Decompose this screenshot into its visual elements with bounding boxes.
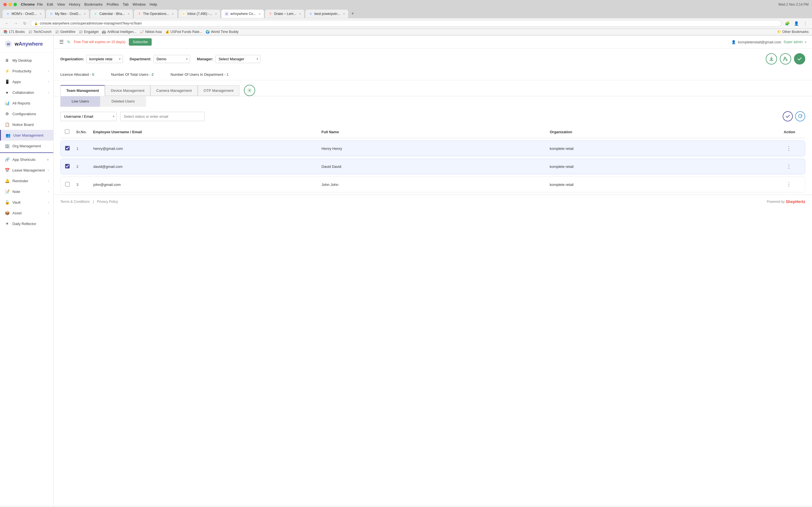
manager-select[interactable]: Select Manager	[215, 55, 260, 63]
tab-device-management[interactable]: Device Management	[105, 86, 150, 96]
tab-close-icon[interactable]: ×	[40, 12, 42, 15]
other-bookmarks[interactable]: 📁 Other Bookmarks	[777, 30, 809, 34]
search-input[interactable]	[120, 112, 205, 121]
bookmark-worldtime[interactable]: 🌍 World Time Buddy	[206, 30, 239, 34]
row-action-menu-button[interactable]: ⋮	[786, 163, 792, 170]
download-button[interactable]	[766, 53, 777, 64]
sidebar-item-label: App Shortcuts	[12, 158, 36, 162]
tab-close-icon[interactable]: ×	[84, 12, 86, 15]
refresh-icon[interactable]: ↻	[67, 40, 70, 44]
tab-team-management[interactable]: Team Management	[60, 85, 105, 96]
tab-deleted-users[interactable]: Deleted Users	[100, 96, 146, 107]
tab-operations[interactable]: T The Operations... ×	[134, 9, 177, 18]
tab-close-icon[interactable]: ×	[172, 12, 174, 15]
bookmark-171books[interactable]: 📚 171 Books	[3, 30, 25, 34]
dept-label: Department:	[130, 57, 151, 61]
tab-close-icon[interactable]: ×	[259, 12, 260, 15]
tab-close-icon[interactable]: ×	[215, 12, 217, 15]
action-buttons	[766, 53, 805, 64]
tab-wanywhere[interactable]: w wAnywhere Co... ×	[221, 9, 264, 18]
bookmark-icon: 📚	[3, 30, 8, 34]
tab-close-icon[interactable]: ×	[343, 12, 345, 15]
sidebar-item-asset[interactable]: 📦 Asset ›	[0, 208, 53, 218]
collaboration-icon: ●	[4, 90, 10, 95]
sidebar-item-reminder[interactable]: 🔔 Reminder ›	[0, 175, 53, 186]
tab-close-icon[interactable]: ×	[299, 12, 301, 15]
menu-profiles[interactable]: Profiles	[107, 2, 119, 6]
sidebar-item-note[interactable]: 📝 Note ›	[0, 186, 53, 197]
row-checkbox[interactable]	[65, 146, 70, 151]
menu-bookmarks[interactable]: Bookmarks	[84, 2, 103, 6]
search-refresh-button[interactable]	[795, 111, 805, 121]
search-confirm-button[interactable]	[783, 111, 793, 121]
bookmark-engadget[interactable]: 📰 Engadget	[79, 30, 98, 34]
subscribe-button[interactable]: Subscribe	[129, 38, 152, 46]
privacy-link[interactable]: Privacy Policy	[97, 200, 118, 204]
bookmark-usfed[interactable]: 💰 USFed Funds Rate...	[165, 30, 202, 34]
sidebar-item-leave-management[interactable]: 📅 Leave Management ›	[0, 165, 53, 175]
excel-export-button[interactable]: X	[244, 85, 255, 96]
sidebar-item-collaboration[interactable]: ● Collaboration ›	[0, 87, 53, 98]
sidebar-item-configurations[interactable]: ⚙ Configurations	[0, 108, 53, 119]
menu-view[interactable]: View	[57, 2, 65, 6]
close-button[interactable]	[3, 3, 7, 6]
url-bar[interactable]: 🔒 console.wanywhere.com/superadmin/user-…	[31, 20, 781, 27]
tab-live-users[interactable]: Live Users	[60, 96, 100, 107]
sidebar-item-user-management[interactable]: 👥 User Management	[0, 130, 53, 140]
bookmark-geekwire[interactable]: 📰 GeekWire	[55, 30, 75, 34]
row-checkbox[interactable]	[65, 164, 70, 168]
search-filter-select[interactable]: Username / Email	[60, 112, 117, 121]
sidebar-item-apps[interactable]: 📱 Apps ›	[0, 76, 53, 87]
back-button[interactable]: ←	[3, 20, 10, 27]
user-role-link[interactable]: Super admin	[783, 40, 803, 44]
menu-history[interactable]: History	[69, 2, 80, 6]
menu-edit[interactable]: Edit	[47, 2, 53, 6]
extensions-button[interactable]: 🧩	[784, 20, 791, 27]
sidebar-item-notice-board[interactable]: 📋 Notice Board	[0, 119, 53, 130]
menu-help[interactable]: Help	[150, 2, 157, 6]
row-action-menu-button[interactable]: ⋮	[786, 181, 792, 187]
bookmark-nikkei[interactable]: 📈 Nikkei Asia	[140, 30, 162, 34]
tab-inbox[interactable]: G Inbox (7,490) -... ×	[178, 9, 220, 18]
sidebar-item-vault[interactable]: 🔒 Vault ›	[0, 197, 53, 208]
sidebar-item-productivity[interactable]: ⚡ Productivity ›	[0, 66, 53, 76]
select-all-checkbox[interactable]	[65, 129, 69, 134]
profile-button[interactable]: 👤	[793, 20, 800, 27]
shortcuts-icon: 🔗	[4, 157, 10, 162]
reload-button[interactable]: ↻	[21, 20, 28, 27]
maximize-button[interactable]	[13, 3, 17, 6]
tab-moms[interactable]: O MOM's - OneD... ×	[2, 9, 45, 18]
tab-calendar[interactable]: C Calendar - Bha... ×	[90, 9, 133, 18]
sidebar-item-label: Collaboration	[12, 91, 34, 95]
sidebar-item-all-reports[interactable]: 📊 All Reports	[0, 98, 53, 108]
sidebar-item-app-shortcuts[interactable]: 🔗 App Shortcuts ∨	[0, 154, 53, 165]
menu-tab[interactable]: Tab	[123, 2, 129, 6]
sidebar-item-label: Notice Board	[12, 122, 34, 127]
row-checkbox[interactable]	[65, 182, 70, 186]
tab-myfiles[interactable]: O My files - OneD... ×	[46, 9, 89, 18]
add-user-button[interactable]	[780, 53, 791, 64]
tab-close-icon[interactable]: ×	[128, 12, 130, 15]
tab-camera-management[interactable]: Camera Management	[150, 86, 198, 96]
confirm-button[interactable]	[794, 53, 805, 64]
sidebar-item-daily-reflector[interactable]: ☀ Daily Reflector	[0, 218, 53, 229]
menu-window[interactable]: Window	[133, 2, 146, 6]
user-dropdown-icon[interactable]: ▾	[805, 41, 806, 44]
more-options-button[interactable]: ⋮	[802, 20, 809, 27]
org-select[interactable]: komplete retai	[86, 55, 123, 63]
sidebar-item-org-management[interactable]: 🏢 Org Management	[0, 140, 53, 151]
sidebar-item-my-desktop[interactable]: 🖥 My Desktop	[0, 55, 53, 66]
minimize-button[interactable]	[8, 3, 12, 6]
menu-file[interactable]: File	[37, 2, 43, 6]
row-action-menu-button[interactable]: ⋮	[786, 145, 792, 152]
forward-button[interactable]: →	[12, 20, 19, 27]
hamburger-menu-icon[interactable]: ☰	[59, 39, 64, 45]
bookmark-ai[interactable]: 🤖 Artificial Intelligen...	[102, 30, 136, 34]
bookmark-techcrunch[interactable]: 📰 TechCrunch	[28, 30, 52, 34]
tab-drake[interactable]: Y Drake – Lem... ×	[265, 9, 305, 18]
new-tab-button[interactable]: +	[349, 9, 356, 18]
terms-link[interactable]: Terms & Conditions	[60, 200, 90, 204]
dept-select[interactable]: Demo	[153, 55, 190, 63]
tab-otp-management[interactable]: OTP Management	[198, 86, 239, 96]
tab-google[interactable]: G best powerpoin... ×	[305, 9, 349, 18]
